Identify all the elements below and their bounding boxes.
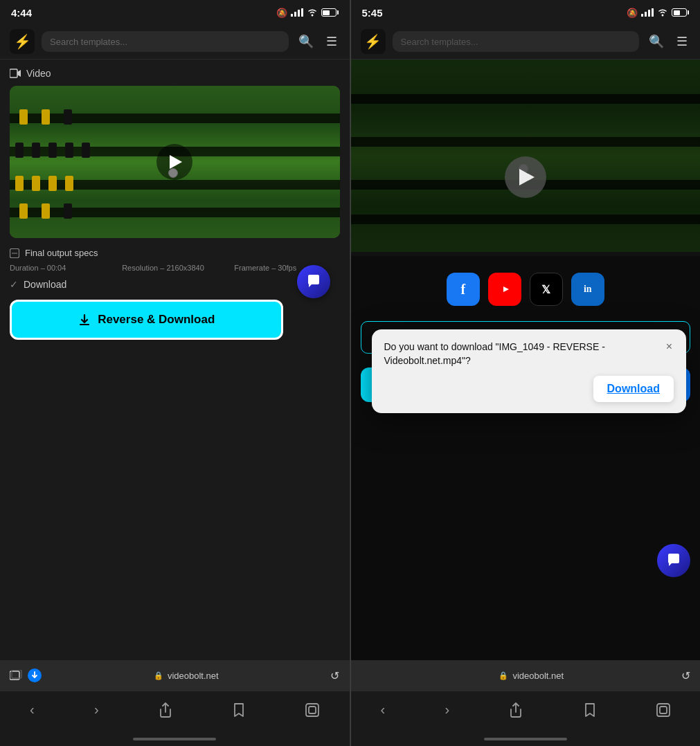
left-home-indicator <box>0 732 350 746</box>
svg-rect-1 <box>294 12 296 17</box>
play-triangle <box>170 155 182 169</box>
svg-rect-14 <box>645 12 647 17</box>
svg-rect-5 <box>10 69 17 78</box>
bottom-action-area: Reverse & Download <box>10 300 340 340</box>
right-nav-back[interactable]: ‹ <box>381 702 386 718</box>
linkedin-share-button[interactable]: in <box>571 273 604 306</box>
youtube-icon <box>497 284 512 295</box>
right-status-icons: 🔕 <box>627 8 689 18</box>
right-play-circle[interactable] <box>505 156 546 198</box>
right-menu-icon[interactable]: ☰ <box>674 31 690 52</box>
download-check-row: ✓ Download <box>10 279 340 290</box>
left-phone: 4:44 🔕 <box>0 0 350 746</box>
left-signal-icon <box>291 8 303 17</box>
right-url-bar[interactable]: 🔒 videobolt.net <box>499 671 564 681</box>
popup-download-label: Download <box>607 383 660 394</box>
popup-actions: Download <box>384 376 674 402</box>
popup-header: Do you want to download "IMG_1049 - REVE… <box>384 340 674 367</box>
left-search-icon[interactable]: 🔍 <box>296 31 316 52</box>
right-search-bar[interactable]: Search templates... <box>393 31 640 52</box>
video-section-header: Video <box>10 68 340 79</box>
right-browser-bar: 🔒 videobolt.net ↺ <box>351 660 701 691</box>
spec-duration: Duration – 00:04 <box>10 264 115 272</box>
left-chat-fab[interactable] <box>297 265 330 298</box>
download-checkmark: ✓ <box>10 279 18 290</box>
left-nav-bookmarks[interactable] <box>232 702 246 718</box>
svg-rect-2 <box>298 10 300 17</box>
right-nav-share[interactable] <box>509 702 523 718</box>
left-play-button[interactable] <box>156 144 192 180</box>
left-scroll-content: Video <box>0 60 350 660</box>
youtube-share-button[interactable] <box>488 273 521 306</box>
specs-icon <box>10 248 19 258</box>
right-nav-bar: ⚡ Search templates... 🔍 ☰ <box>351 24 701 60</box>
svg-rect-11 <box>306 704 318 716</box>
right-signal-icon <box>641 8 654 17</box>
reverse-download-button[interactable]: Reverse & Download <box>10 300 283 340</box>
facebook-share-button[interactable]: f <box>447 273 480 306</box>
left-browser-icons-left <box>10 668 42 682</box>
left-logo[interactable]: ⚡ <box>10 29 35 54</box>
left-nav-share[interactable] <box>159 702 172 718</box>
right-nav-bookmarks[interactable] <box>583 702 597 718</box>
right-wifi-icon <box>657 8 668 17</box>
social-share-row: f 𝕏 in <box>361 273 691 306</box>
popup-dialog: Do you want to download "IMG_1049 - REVE… <box>372 329 687 413</box>
linkedin-icon: in <box>584 284 592 295</box>
right-play-triangle <box>519 169 535 185</box>
output-specs-label: Final output specs <box>25 248 98 258</box>
left-nav-tabs[interactable] <box>305 703 319 717</box>
left-battery-icon <box>321 8 339 17</box>
right-bell-icon: 🔕 <box>627 8 638 18</box>
popup-message: Do you want to download "IMG_1049 - REVE… <box>384 340 665 367</box>
right-logo[interactable]: ⚡ <box>361 29 386 54</box>
twitter-share-button[interactable]: 𝕏 <box>530 273 563 306</box>
popup-close-button[interactable]: × <box>665 340 674 353</box>
right-lock-icon: 🔒 <box>499 671 508 680</box>
svg-rect-3 <box>301 8 303 17</box>
twitter-x-icon: 𝕏 <box>541 283 550 296</box>
right-home-bar <box>484 738 567 740</box>
tabs-icon[interactable] <box>10 670 22 681</box>
right-content-area: f 𝕏 in <box>351 60 701 660</box>
left-search-placeholder: Search templates... <box>50 37 127 47</box>
video-section-label: Video <box>26 68 51 79</box>
left-nav-back[interactable]: ‹ <box>30 702 35 718</box>
left-menu-icon[interactable]: ☰ <box>323 31 340 52</box>
popup-download-button[interactable]: Download <box>593 376 674 402</box>
right-nav-forward[interactable]: › <box>445 702 450 718</box>
video-thumbnail[interactable] <box>10 86 340 238</box>
svg-rect-16 <box>652 8 654 17</box>
left-time: 4:44 <box>11 7 32 19</box>
right-search-placeholder: Search templates... <box>401 37 478 47</box>
svg-rect-21 <box>657 704 670 716</box>
left-status-bar: 4:44 🔕 <box>0 0 350 24</box>
output-specs-section: Final output specs Duration – 00:04 Reso… <box>10 248 340 272</box>
left-refresh-icon[interactable]: ↺ <box>330 669 339 682</box>
right-bottom-nav: ‹ › <box>351 691 701 732</box>
video-icon <box>10 69 21 78</box>
right-play-button[interactable] <box>505 156 546 198</box>
reverse-download-label: Reverse & Download <box>98 313 215 327</box>
right-status-bar: 5:45 🔕 <box>351 0 701 24</box>
left-status-icons: 🔕 <box>276 8 339 18</box>
right-lower-content: f 𝕏 in <box>351 256 701 660</box>
left-main-content: Video <box>0 60 350 348</box>
download-badge <box>28 668 42 682</box>
right-home-indicator <box>351 732 701 746</box>
left-lock-icon: 🔒 <box>154 671 163 680</box>
left-url-bar[interactable]: 🔒 videobolt.net <box>154 671 219 681</box>
right-time: 5:45 <box>362 7 383 19</box>
facebook-icon: f <box>460 282 465 298</box>
right-nav-tabs[interactable] <box>656 703 670 717</box>
right-refresh-icon[interactable]: ↺ <box>681 669 690 682</box>
right-search-icon[interactable]: 🔍 <box>646 31 667 52</box>
spec-resolution: Resolution – 2160x3840 <box>122 264 227 272</box>
right-chat-fab[interactable] <box>657 544 690 577</box>
left-search-bar[interactable]: Search templates... <box>42 31 289 52</box>
left-wifi-icon <box>307 8 318 17</box>
right-chat-icon <box>666 553 681 568</box>
left-nav-forward[interactable]: › <box>94 702 99 718</box>
right-phone: 5:45 🔕 ⚡ Search <box>351 0 701 746</box>
left-bottom-nav: ‹ › <box>0 691 350 732</box>
